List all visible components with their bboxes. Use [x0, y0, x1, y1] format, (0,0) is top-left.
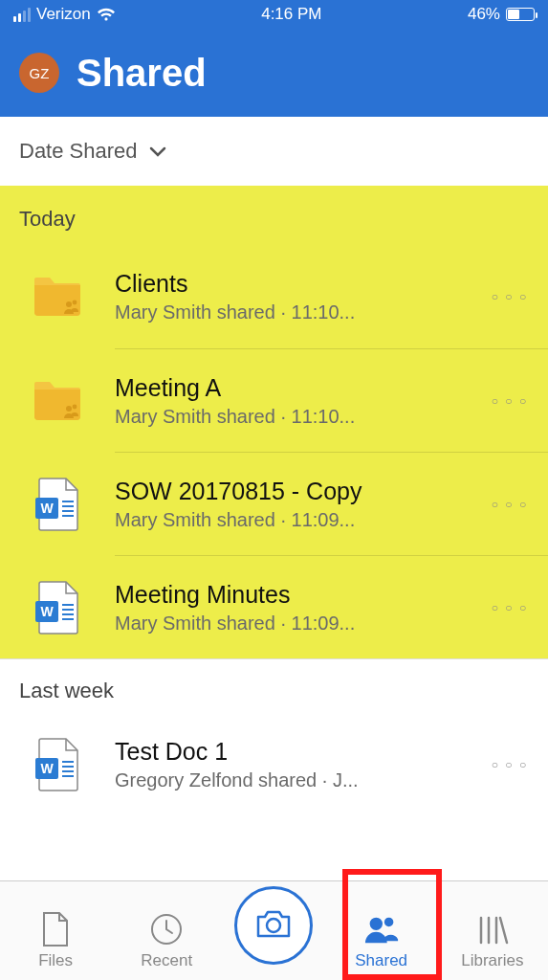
wifi-icon: [97, 8, 116, 22]
tab-label: Recent: [141, 951, 192, 970]
svg-point-23: [267, 919, 280, 932]
word-doc-icon: W: [29, 579, 86, 636]
more-button[interactable]: ○ ○ ○: [491, 394, 529, 408]
file-subtitle: Gregory Zelfond shared · J...: [115, 769, 491, 791]
carrier-label: Verizon: [36, 5, 91, 24]
file-title: SOW 20170815 - Copy: [115, 478, 491, 505]
file-subtitle: Mary Smith shared · 11:10...: [115, 301, 491, 323]
app-header: GZ Shared: [0, 29, 548, 117]
svg-point-0: [66, 301, 72, 307]
page-title: Shared: [77, 52, 207, 95]
file-title: Meeting A: [115, 374, 491, 402]
file-title: Meeting Minutes: [115, 581, 491, 609]
more-button[interactable]: ○ ○ ○: [491, 498, 529, 511]
svg-text:W: W: [40, 604, 54, 619]
tab-libraries[interactable]: Libraries: [449, 911, 536, 970]
library-icon: [474, 911, 511, 947]
section-header: Today: [0, 186, 548, 245]
section-header: Last week: [0, 659, 548, 713]
sort-button[interactable]: Date Shared: [0, 117, 548, 186]
svg-text:W: W: [40, 501, 54, 516]
more-button[interactable]: ○ ○ ○: [491, 290, 529, 303]
svg-point-25: [384, 918, 394, 927]
tab-label: Shared: [355, 951, 407, 970]
tab-shared[interactable]: Shared: [339, 911, 425, 970]
more-button[interactable]: ○ ○ ○: [491, 758, 529, 771]
tab-bar: Files Recent Shared Libraries: [0, 880, 548, 980]
word-doc-icon: W: [29, 476, 86, 533]
people-icon: [363, 911, 400, 947]
svg-point-24: [369, 918, 382, 930]
more-button[interactable]: ○ ○ ○: [491, 601, 529, 614]
list-item[interactable]: Clients Mary Smith shared · 11:10... ○ ○…: [0, 245, 548, 348]
list-item[interactable]: W Meeting Minutes Mary Smith shared · 11…: [115, 555, 548, 658]
list-item[interactable]: W SOW 20170815 - Copy Mary Smith shared …: [115, 452, 548, 555]
list-item[interactable]: Meeting A Mary Smith shared · 11:10... ○…: [115, 348, 548, 452]
svg-text:W: W: [40, 761, 54, 776]
file-subtitle: Mary Smith shared · 11:09...: [115, 509, 491, 531]
camera-icon: [254, 907, 293, 944]
battery-percent: 46%: [468, 5, 500, 24]
tab-label: Libraries: [461, 951, 523, 970]
file-title: Clients: [115, 270, 491, 298]
svg-point-3: [73, 404, 77, 409]
tab-recent[interactable]: Recent: [123, 911, 209, 970]
battery-fill: [508, 10, 519, 19]
file-icon: [37, 911, 74, 947]
svg-point-1: [73, 301, 77, 305]
svg-point-2: [66, 406, 72, 412]
status-bar: Verizon 4:16 PM 46%: [0, 0, 548, 29]
camera-button[interactable]: [234, 886, 313, 965]
file-title: Test Doc 1: [115, 738, 491, 766]
folder-shared-icon: [29, 372, 86, 430]
signal-icon: [13, 8, 31, 22]
sort-label: Date Shared: [19, 139, 138, 164]
tab-label: Files: [38, 951, 73, 970]
svg-line-29: [500, 918, 507, 943]
section-last-week: Last week W Test Doc 1 Gregory Zelfond s…: [0, 658, 548, 816]
clock-icon: [148, 911, 185, 947]
chevron-down-icon: [149, 139, 166, 164]
file-subtitle: Mary Smith shared · 11:09...: [115, 612, 491, 635]
clock: 4:16 PM: [261, 5, 321, 24]
folder-shared-icon: [29, 268, 86, 325]
file-subtitle: Mary Smith shared · 11:10...: [115, 406, 491, 428]
word-doc-icon: W: [29, 736, 86, 793]
section-today: Today Clients Mary Smith shared · 11:10.…: [0, 186, 548, 658]
battery-icon: [506, 8, 535, 21]
avatar[interactable]: GZ: [19, 53, 59, 93]
list-item[interactable]: W Test Doc 1 Gregory Zelfond shared · J.…: [0, 713, 548, 816]
tab-files[interactable]: Files: [12, 911, 99, 970]
